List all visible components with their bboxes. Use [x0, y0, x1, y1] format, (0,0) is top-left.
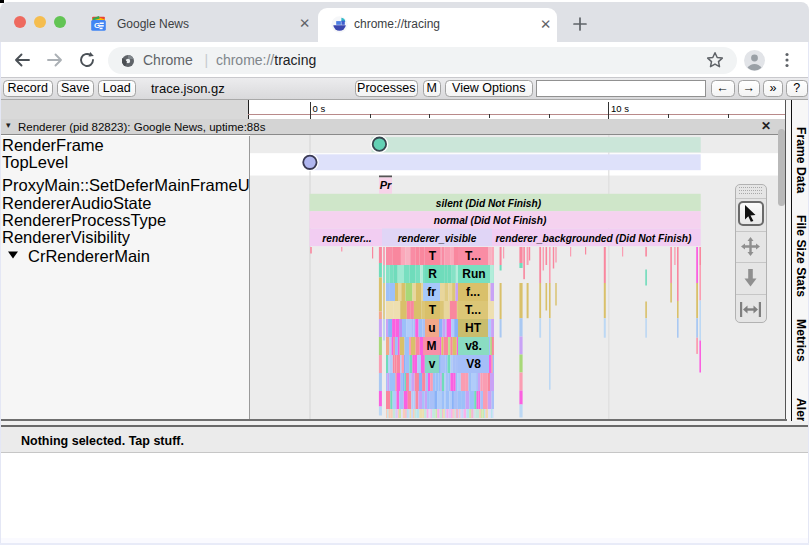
svg-text:T...: T...	[465, 303, 481, 317]
svg-text:f...: f...	[466, 285, 480, 299]
svg-text:renderer_backgrounded (Did Not: renderer_backgrounded (Did Not Finish)	[496, 232, 692, 243]
svg-text:fr: fr	[427, 285, 436, 299]
svg-text:renderer_visible: renderer_visible	[398, 232, 477, 243]
svg-text:M: M	[427, 339, 437, 353]
svg-text:renderer...: renderer...	[322, 232, 371, 243]
svg-text:R: R	[428, 267, 437, 281]
svg-text:T: T	[429, 249, 437, 263]
svg-text:T: T	[429, 303, 437, 317]
svg-text:v: v	[429, 357, 436, 371]
svg-text:u: u	[428, 321, 435, 335]
svg-text:v8.: v8.	[465, 339, 482, 353]
svg-text:normal (Did Not Finish): normal (Did Not Finish)	[434, 215, 547, 226]
svg-text:V8: V8	[466, 357, 481, 371]
svg-text:G: G	[94, 21, 100, 30]
svg-text:T...: T...	[465, 249, 481, 263]
svg-text:Pr: Pr	[380, 178, 392, 190]
svg-text:Run: Run	[462, 267, 485, 281]
svg-text:HT: HT	[465, 321, 482, 335]
svg-text:silent (Did Not Finish): silent (Did Not Finish)	[436, 197, 542, 208]
